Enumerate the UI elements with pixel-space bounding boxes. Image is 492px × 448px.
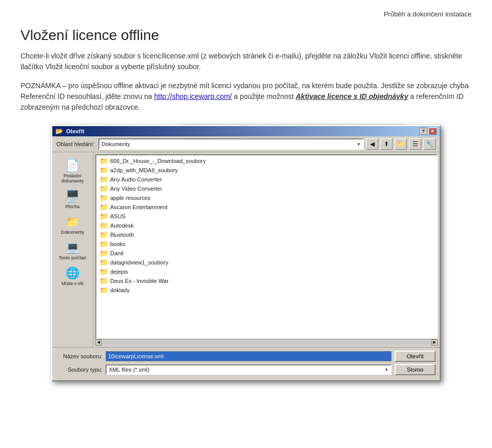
- page-title: Průběh a dokončení instalace: [384, 10, 471, 18]
- folder-combo[interactable]: Dokumenty ▼: [98, 138, 364, 150]
- tools-button[interactable]: 🔧: [423, 138, 436, 150]
- list-item[interactable]: 📁Ascaron Entertainment: [97, 202, 436, 212]
- filename-input[interactable]: [106, 351, 392, 361]
- open-title: Otevřít: [66, 128, 84, 134]
- open-main: 📁606_Dr._House_-_Download_soubory📁a2dp_w…: [93, 152, 440, 347]
- folder-icon: 📁: [99, 240, 108, 248]
- list-item[interactable]: 📁datagridview1_soubory: [97, 258, 436, 267]
- back-button[interactable]: ◀: [366, 138, 378, 150]
- list-item[interactable]: 📁books: [97, 239, 436, 249]
- folder-icon: 📁: [99, 203, 108, 211]
- filetype-row: Soubory typu: XML files (*.xml) ▼ Storno: [56, 364, 436, 375]
- scroll-right-button[interactable]: ▶: [432, 339, 438, 345]
- network-label: Místa v síti: [61, 281, 84, 286]
- list-item[interactable]: 📁ASUS: [97, 212, 436, 221]
- list-item[interactable]: 📁Bluetooth: [97, 230, 436, 239]
- desktop-label: Plocha: [66, 204, 80, 209]
- view-button[interactable]: ☰: [409, 138, 421, 150]
- folder-icon: 📁: [99, 185, 108, 193]
- sidebar-item-network[interactable]: 🌐 Místa v síti: [54, 264, 91, 289]
- filename-label: Název souboru:: [56, 353, 102, 359]
- intro-paragraph: Chcete-li vložit dříve získaný soubor s …: [20, 51, 471, 72]
- open-button[interactable]: Otevřít: [395, 351, 436, 362]
- new-folder-button[interactable]: 📁: [395, 138, 407, 150]
- list-item[interactable]: 📁a2dp_with_MDAII_soubory: [97, 166, 436, 175]
- main-heading: Vložení licence offline: [20, 27, 471, 44]
- help-btn-open[interactable]: ?: [419, 128, 427, 135]
- bold-text: Aktivace licence s ID objednávky: [296, 92, 408, 100]
- up-button[interactable]: ⬆: [380, 138, 393, 150]
- list-item[interactable]: 📁Autodesk: [97, 221, 436, 230]
- filetype-arrow-icon: ▼: [384, 368, 388, 372]
- sidebar-item-desktop[interactable]: 🖥️ Plocha: [54, 187, 91, 212]
- network-icon: 🌐: [66, 267, 79, 280]
- recent-label: Poslednídokumenty: [61, 173, 84, 184]
- open-title-area: 📂 Otevřít: [55, 128, 84, 135]
- note-after: a použijte možnost: [232, 92, 296, 100]
- folder-icon: 📁: [99, 249, 108, 257]
- folder-icon: 📁: [99, 166, 108, 174]
- open-toolbar: Oblast hledání: Dokumenty ▼ ◀ ⬆ 📁 ☰ 🔧: [52, 136, 440, 152]
- toolbar-label: Oblast hledání:: [56, 141, 94, 147]
- list-item[interactable]: 📁Daně: [97, 249, 436, 258]
- open-titlebar: 📂 Otevřít ? ✕: [52, 126, 440, 136]
- folder-icon: 📁: [99, 212, 108, 220]
- computer-icon: 💻: [66, 241, 79, 254]
- documents-icon: 📁: [66, 215, 79, 229]
- desktop-icon: 🖥️: [66, 190, 79, 203]
- dialog-area: Licence ? ✕ Online aktivace Vložit licen…: [20, 125, 471, 381]
- computer-label: Tento počítač: [59, 255, 87, 260]
- open-sidebar: 📄 Poslednídokumenty 🖥️ Plocha 📁 Dokument…: [52, 152, 93, 347]
- page-header: Průběh a dokončení instalace: [20, 10, 471, 18]
- folder-icon: 📁: [99, 175, 108, 184]
- filetype-value: XML files (*.xml): [109, 366, 150, 373]
- open-body: 📄 Poslednídokumenty 🖥️ Plocha 📁 Dokument…: [52, 152, 440, 347]
- folder-icon: 📁: [99, 286, 108, 294]
- open-titlebar-buttons: ? ✕: [419, 128, 437, 135]
- open-footer: Název souboru: Otevřít Soubory typu: XML…: [52, 347, 440, 380]
- folder-icon: 📁: [99, 157, 108, 165]
- sidebar-item-recent[interactable]: 📄 Poslednídokumenty: [54, 156, 91, 186]
- filename-row: Název souboru: Otevřít: [56, 351, 436, 362]
- combo-arrow-icon: ▼: [357, 142, 361, 147]
- scroll-track: [101, 340, 432, 344]
- scroll-left-button[interactable]: ◀: [95, 339, 101, 345]
- folder-icon: 📁: [99, 231, 108, 239]
- current-folder: Dokumenty: [101, 141, 130, 147]
- recent-icon: 📄: [66, 159, 79, 172]
- open-folder-icon: 📂: [55, 128, 63, 135]
- filetype-label: Soubory typu:: [56, 366, 102, 373]
- list-item[interactable]: 📁apple resources: [97, 193, 436, 202]
- folder-icon: 📁: [99, 277, 108, 285]
- note-paragraph: POZNÁMKA – pro úspěšnou offline aktivaci…: [20, 80, 471, 113]
- shop-link[interactable]: http://shop.icewarp.com/: [154, 92, 232, 100]
- close-btn-open[interactable]: ✕: [428, 128, 437, 135]
- list-item[interactable]: 📁dejepis: [97, 267, 436, 276]
- intro-text: Chcete-li vložit dříve získaný soubor s …: [20, 52, 462, 71]
- folder-icon: 📁: [99, 258, 108, 267]
- list-item[interactable]: 📁606_Dr._House_-_Download_soubory: [97, 156, 436, 166]
- sidebar-item-computer[interactable]: 💻 Tento počítač: [54, 238, 91, 263]
- folder-icon: 📁: [99, 221, 108, 230]
- folder-icon: 📁: [99, 194, 108, 202]
- horizontal-scrollbar[interactable]: ◀ ▶: [95, 339, 438, 345]
- list-item[interactable]: 📁doklady: [97, 286, 436, 295]
- sidebar-item-documents[interactable]: 📁 Dokumenty: [54, 213, 91, 237]
- open-dialog: 📂 Otevřít ? ✕ Oblast hledání: Dokumenty …: [51, 125, 441, 381]
- documents-label: Dokumenty: [61, 230, 85, 235]
- file-list[interactable]: 📁606_Dr._House_-_Download_soubory📁a2dp_w…: [95, 154, 438, 339]
- list-item[interactable]: 📁Any Video Converter: [97, 184, 436, 193]
- list-item[interactable]: 📁Deus Ex - Invisible War: [97, 276, 436, 286]
- cancel-button[interactable]: Storno: [395, 364, 436, 375]
- filetype-combo[interactable]: XML files (*.xml) ▼: [106, 364, 392, 375]
- folder-icon: 📁: [99, 268, 108, 276]
- list-item[interactable]: 📁Any Audio Converter: [97, 175, 436, 184]
